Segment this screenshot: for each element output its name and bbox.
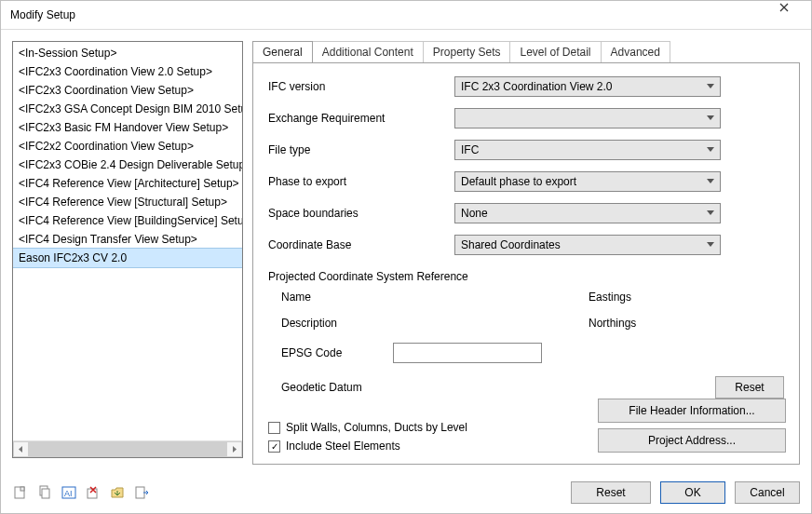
svg-rect-1: [20, 487, 24, 491]
setup-list-item[interactable]: <IFC2x3 Coordination View 2.0 Setup>: [13, 62, 242, 81]
scroll-left-icon[interactable]: [13, 441, 29, 457]
file-header-info-button[interactable]: File Header Information...: [598, 399, 786, 423]
dropdown-coordinate-base[interactable]: Shared Coordinates: [454, 235, 721, 255]
copy-setup-icon[interactable]: [36, 484, 53, 501]
dropdown-phase-to-export[interactable]: Default phase to export: [454, 171, 721, 192]
label-phase-to-export: Phase to export: [268, 175, 454, 188]
setup-list-item[interactable]: Eason IFC2x3 CV 2.0: [13, 248, 242, 268]
label-include-steel: Include Steel Elements: [286, 440, 400, 453]
rename-setup-icon[interactable]: AI: [61, 484, 77, 501]
setup-list-item[interactable]: <IFC4 Design Transfer View Setup>: [13, 230, 242, 249]
checkbox-include-steel[interactable]: ✓ Include Steel Elements: [268, 440, 590, 453]
cancel-button[interactable]: Cancel: [735, 481, 800, 504]
close-button[interactable]: [779, 3, 804, 27]
label-exchange-requirement: Exchange Requirement: [268, 112, 454, 125]
svg-rect-3: [42, 489, 49, 498]
svg-rect-7: [136, 487, 144, 498]
label-split-walls: Split Walls, Columns, Ducts by Level: [286, 421, 467, 434]
window-title: Modify Setup: [10, 8, 75, 21]
dropdown-space-boundaries[interactable]: None: [454, 203, 721, 223]
setup-list-item[interactable]: <IFC4 Reference View [Architecture] Setu…: [13, 174, 242, 193]
tab-container: GeneralAdditional ContentProperty SetsLe…: [252, 41, 800, 465]
new-setup-icon[interactable]: [12, 484, 29, 501]
dropdown-ifc-version[interactable]: IFC 2x3 Coordination View 2.0: [454, 76, 721, 97]
label-file-type: File type: [268, 143, 454, 156]
list-hscrollbar[interactable]: [13, 440, 242, 457]
tab-page-general: IFC version IFC 2x3 Coordination View 2.…: [252, 62, 800, 465]
input-epsg-code[interactable]: [393, 343, 542, 363]
setup-list-item[interactable]: <IFC2x3 COBie 2.4 Design Deliverable Set…: [13, 156, 242, 174]
setup-list-item[interactable]: <IFC4 Reference View [BuildingService] S…: [13, 211, 242, 230]
dialog-content: <In-Session Setup><IFC2x3 Coordination V…: [1, 30, 811, 476]
setup-listbox[interactable]: <In-Session Setup><IFC2x3 Coordination V…: [12, 41, 243, 458]
delete-setup-icon[interactable]: [85, 484, 102, 501]
tab-advanced[interactable]: Advanced: [601, 41, 670, 62]
tab-general[interactable]: General: [252, 41, 313, 62]
dropdown-file-type[interactable]: IFC: [454, 140, 721, 160]
setup-list-item[interactable]: <IFC2x2 Coordination View Setup>: [13, 137, 242, 156]
import-setup-icon[interactable]: [109, 484, 126, 501]
setup-list-item[interactable]: <IFC2x3 GSA Concept Design BIM 2010 Setu…: [13, 100, 242, 118]
setup-list-item[interactable]: <IFC2x3 Coordination View Setup>: [13, 81, 242, 100]
close-icon: [779, 3, 789, 12]
ok-button[interactable]: OK: [660, 481, 725, 504]
label-coordinate-base: Coordinate Base: [268, 238, 454, 251]
tab-property-sets[interactable]: Property Sets: [423, 41, 511, 62]
checkbox-split-walls[interactable]: Split Walls, Columns, Ducts by Level: [268, 421, 590, 434]
export-setup-icon[interactable]: [133, 484, 150, 501]
modify-setup-dialog: Modify Setup <In-Session Setup><IFC2x3 C…: [0, 0, 812, 514]
scroll-thumb[interactable]: [29, 441, 226, 457]
setup-list-item[interactable]: <IFC4 Reference View [Structural] Setup>: [13, 193, 242, 211]
scroll-track[interactable]: [29, 441, 226, 457]
label-crs-description: Description: [281, 317, 384, 330]
label-eastings: Eastings: [589, 291, 700, 304]
tab-additional-content[interactable]: Additional Content: [312, 41, 424, 62]
label-ifc-version: IFC version: [268, 80, 454, 93]
scroll-right-icon[interactable]: [226, 441, 242, 457]
project-address-button[interactable]: Project Address...: [598, 428, 786, 453]
pcrs-reset-button[interactable]: Reset: [715, 376, 784, 399]
label-projected-crs: Projected Coordinate System Reference: [268, 270, 784, 283]
dialog-footer: AI Reset OK Cancel: [1, 476, 811, 513]
label-crs-name: Name: [281, 291, 384, 304]
setup-list-item[interactable]: <IFC2x3 Basic FM Handover View Setup>: [13, 118, 242, 137]
label-epsg-code: EPSG Code: [281, 346, 384, 359]
label-geodetic-datum: Geodetic Datum: [281, 381, 384, 394]
dropdown-exchange-requirement[interactable]: [454, 108, 721, 128]
titlebar: Modify Setup: [1, 1, 811, 30]
right-pane: GeneralAdditional ContentProperty SetsLe…: [252, 41, 800, 465]
svg-text:AI: AI: [64, 489, 73, 498]
tab-level-of-detail[interactable]: Level of Detail: [509, 41, 601, 62]
label-space-boundaries: Space boundaries: [268, 207, 454, 220]
dialog-reset-button[interactable]: Reset: [571, 481, 651, 504]
setup-list-item[interactable]: <In-Session Setup>: [13, 44, 242, 62]
label-northings: Northings: [589, 317, 700, 330]
